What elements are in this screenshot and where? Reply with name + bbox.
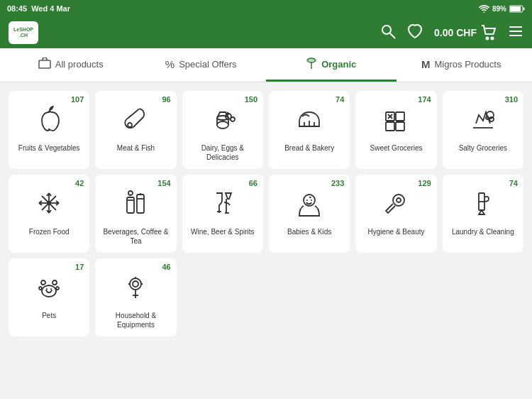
category-card-wine-beer[interactable]: 66 Wine, Beer & Spirits xyxy=(182,175,263,253)
tab-organic[interactable]: Organic xyxy=(266,48,397,82)
svg-rect-1 xyxy=(510,6,521,11)
tab-migros-products[interactable]: M Migros Products xyxy=(397,48,527,82)
all-products-icon xyxy=(38,58,51,71)
svg-point-14 xyxy=(217,121,228,129)
categories-grid: 107 Fruits & Vegetables 96 Meat & Fish 1… xyxy=(9,91,523,337)
status-time: 08:45 xyxy=(7,4,27,13)
migros-m-icon: M xyxy=(421,58,431,70)
category-icon-salty xyxy=(467,104,499,139)
battery-icon xyxy=(509,5,525,13)
search-icon[interactable] xyxy=(380,23,396,43)
category-card-meat-fish[interactable]: 96 Meat & Fish xyxy=(95,91,176,169)
category-count: 42 xyxy=(75,179,84,187)
main-content: 107 Fruits & Vegetables 96 Meat & Fish 1… xyxy=(0,82,532,399)
category-count: 233 xyxy=(331,179,344,187)
cart-icon xyxy=(481,25,497,40)
category-count: 74 xyxy=(509,179,518,187)
category-card-bread-bakery[interactable]: 74 Bread & Bakery xyxy=(269,91,350,169)
category-card-babies-kids[interactable]: 233 Babies & Kids xyxy=(269,175,350,253)
svg-point-52 xyxy=(397,198,401,202)
tab-organic-label: Organic xyxy=(321,59,356,70)
svg-point-5 xyxy=(487,38,489,40)
battery-level: 89% xyxy=(492,5,506,13)
favorites-icon[interactable] xyxy=(407,23,423,43)
menu-icon[interactable] xyxy=(508,23,523,43)
category-icon-laundry xyxy=(467,187,499,223)
svg-point-55 xyxy=(41,280,45,285)
category-count: 17 xyxy=(75,263,84,271)
category-icon-bread xyxy=(294,104,325,139)
status-bar: 08:45 Wed 4 Mar 89% xyxy=(0,0,532,17)
svg-rect-24 xyxy=(386,122,394,131)
category-card-beverages-coffee[interactable]: 154 Beverages, Coffee & Tea xyxy=(95,175,176,253)
category-card-hygiene-beauty[interactable]: 129 Hygiene & Beauty xyxy=(355,175,436,253)
svg-rect-23 xyxy=(396,112,404,121)
category-icon-sweet xyxy=(380,104,411,139)
category-icon-dairy xyxy=(207,104,238,139)
tab-special-offers[interactable]: % Special Offers xyxy=(136,48,267,82)
category-label: Wine, Beer & Spirits xyxy=(191,227,254,236)
category-icon-frozen xyxy=(33,187,65,223)
svg-point-12 xyxy=(128,123,132,127)
special-offers-icon: % xyxy=(165,58,174,70)
category-card-laundry-cleaning[interactable]: 74 Laundry & Cleaning xyxy=(443,175,523,253)
svg-point-17 xyxy=(231,117,235,121)
tab-bar: All products % Special Offers Organic M … xyxy=(0,48,532,82)
svg-point-45 xyxy=(128,191,133,195)
category-count: 150 xyxy=(245,95,257,104)
category-label: Frozen Food xyxy=(29,227,70,236)
category-label: Hygiene & Beauty xyxy=(367,227,424,236)
app-header: LeSHOP.CH 0.00 CHF xyxy=(0,17,532,48)
category-card-pets[interactable]: 17 Pets xyxy=(9,258,89,337)
svg-rect-25 xyxy=(396,122,404,131)
category-icon-baby xyxy=(294,187,325,223)
tab-all-products[interactable]: All products xyxy=(6,48,136,82)
category-label: Beverages, Coffee & Tea xyxy=(99,227,172,246)
category-count: 66 xyxy=(249,179,257,187)
category-icon-meat xyxy=(120,104,151,139)
category-icon-hygiene xyxy=(380,187,411,223)
category-count: 129 xyxy=(418,179,431,187)
tab-special-offers-label: Special Offers xyxy=(179,59,236,70)
svg-rect-46 xyxy=(137,195,144,213)
tab-all-products-label: All products xyxy=(55,59,104,70)
category-icon-beverages xyxy=(120,187,151,223)
category-label: Meat & Fish xyxy=(117,143,155,153)
category-label: Fruits & Vegetables xyxy=(18,143,80,153)
category-count: 74 xyxy=(336,95,344,104)
category-card-salty-groceries[interactable]: 310 Salty Groceries xyxy=(443,91,523,169)
category-count: 174 xyxy=(418,95,431,104)
category-card-fruits-vegetables[interactable]: 107 Fruits & Vegetables xyxy=(9,91,89,169)
logo-text: LeSHOP.CH xyxy=(13,27,33,38)
svg-point-59 xyxy=(46,288,48,290)
svg-point-50 xyxy=(311,200,312,201)
category-label: Laundry & Cleaning xyxy=(452,227,514,236)
category-label: Bread & Bakery xyxy=(284,143,334,153)
category-label: Salty Groceries xyxy=(459,143,507,153)
category-label: Sweet Groceries xyxy=(370,143,423,153)
category-icon-apple xyxy=(33,104,65,139)
cart-area[interactable]: 0.00 CHF xyxy=(434,25,497,40)
category-count: 310 xyxy=(505,95,518,104)
svg-point-49 xyxy=(306,200,308,201)
category-card-frozen-food[interactable]: 42 Frozen Food xyxy=(9,175,89,253)
category-card-household[interactable]: 46 Household & Equipments xyxy=(95,258,176,337)
svg-point-51 xyxy=(393,195,404,206)
svg-point-58 xyxy=(56,287,59,290)
wifi-icon xyxy=(479,4,489,13)
cart-price: 0.00 CHF xyxy=(434,27,477,38)
svg-point-56 xyxy=(52,280,57,285)
svg-point-29 xyxy=(489,117,494,121)
status-right: 89% xyxy=(479,4,525,13)
category-card-sweet-groceries[interactable]: 174 Sweet Groceries xyxy=(355,91,436,169)
category-count: 46 xyxy=(162,263,170,271)
category-icon-pets xyxy=(33,271,65,307)
category-label: Babies & Kids xyxy=(287,227,331,236)
category-count: 154 xyxy=(157,179,170,187)
svg-point-61 xyxy=(130,278,141,290)
category-count: 96 xyxy=(162,95,170,104)
category-card-dairy-eggs[interactable]: 150 Dairy, Eggs & Delicacies xyxy=(182,91,263,169)
svg-point-3 xyxy=(382,26,391,34)
svg-rect-10 xyxy=(39,60,50,68)
tab-migros-label: Migros Products xyxy=(435,59,501,70)
